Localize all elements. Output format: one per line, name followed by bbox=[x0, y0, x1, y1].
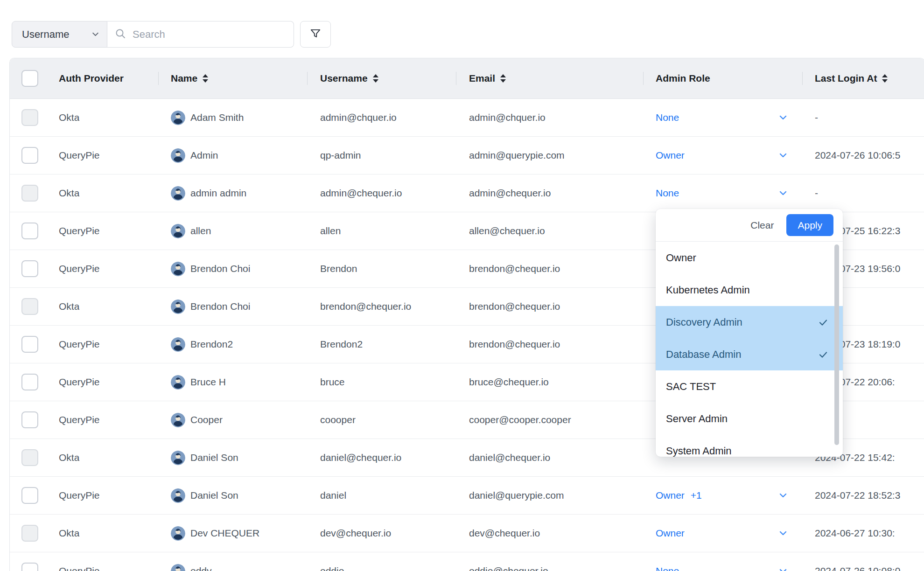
email-value: dev@chequer.io bbox=[469, 515, 540, 552]
chevron-down-icon[interactable] bbox=[777, 490, 789, 503]
row-checkbox[interactable] bbox=[21, 223, 38, 239]
dropdown-option-sac-test[interactable]: SAC TEST bbox=[656, 370, 843, 403]
check-icon bbox=[818, 349, 829, 363]
name-value: Admin bbox=[190, 150, 218, 161]
avatar bbox=[171, 488, 185, 503]
email-value: admin@chquer.io bbox=[469, 99, 546, 136]
dropdown-option-kubernetes-admin[interactable]: Kubernetes Admin bbox=[656, 274, 843, 306]
email-value: daniel@querypie.com bbox=[469, 477, 564, 514]
admin-role-dropdown-trigger[interactable]: Owner +1 bbox=[656, 477, 702, 514]
row-checkbox[interactable] bbox=[21, 487, 38, 504]
avatar bbox=[171, 564, 185, 571]
username-value: brendon@chequer.io bbox=[320, 288, 411, 325]
last-login-value: 2024-07-26 10:08:0 bbox=[815, 552, 924, 571]
row-checkbox[interactable] bbox=[21, 336, 38, 353]
dropdown-header: Clear Apply bbox=[656, 209, 843, 242]
dropdown-option-database-admin[interactable]: Database Admin bbox=[656, 338, 843, 370]
name-value: Daniel Son bbox=[190, 490, 238, 501]
last-login-value: - bbox=[815, 174, 924, 212]
table-row: QueryPie Admin qp-admin admin@querypie.c… bbox=[10, 137, 924, 174]
auth-provider-value: QueryPie bbox=[59, 250, 100, 287]
auth-provider-value: Okta bbox=[59, 439, 79, 476]
name-value: Brendon Choi bbox=[190, 263, 250, 274]
name-value: Daniel Son bbox=[190, 452, 238, 463]
dropdown-option-owner[interactable]: Owner bbox=[656, 242, 843, 274]
chevron-down-icon[interactable] bbox=[777, 188, 789, 201]
filter-funnel-icon bbox=[309, 28, 322, 42]
table-row: Okta admin admin admin@chequer.io admin@… bbox=[10, 174, 924, 212]
search-field-select[interactable]: Username bbox=[12, 21, 107, 48]
search-input[interactable] bbox=[132, 28, 286, 41]
name-value: Bruce H bbox=[190, 376, 226, 388]
column-header-email[interactable]: Email bbox=[469, 58, 506, 98]
email-value: brendon@chequer.io bbox=[469, 288, 560, 325]
row-checkbox bbox=[21, 449, 38, 466]
select-all-checkbox[interactable] bbox=[21, 70, 38, 87]
search-box[interactable] bbox=[107, 21, 294, 48]
row-checkbox[interactable] bbox=[21, 374, 38, 390]
auth-provider-value: Okta bbox=[59, 174, 79, 212]
row-checkbox[interactable] bbox=[21, 260, 38, 277]
email-value: allen@chequer.io bbox=[469, 212, 545, 250]
username-value: admin@chequer.io bbox=[320, 174, 402, 212]
dropdown-option-system-admin[interactable]: System Admin bbox=[656, 435, 843, 457]
dropdown-option-server-admin[interactable]: Server Admin bbox=[656, 403, 843, 435]
dropdown-option-list: Owner Kubernetes Admin Discovery Admin D… bbox=[656, 242, 843, 457]
row-checkbox bbox=[21, 525, 38, 542]
email-value: bruce@chequer.io bbox=[469, 363, 549, 401]
column-header-last-login[interactable]: Last Login At bbox=[815, 58, 888, 98]
sort-icon bbox=[203, 74, 208, 83]
search-field-label: Username bbox=[22, 28, 69, 41]
chevron-down-icon[interactable] bbox=[777, 565, 789, 571]
last-login-value: 2024-06-27 10:30: bbox=[815, 515, 924, 552]
row-checkbox[interactable] bbox=[21, 411, 38, 428]
username-value: daniel@chequer.io bbox=[320, 439, 401, 476]
dropdown-scrollbar[interactable] bbox=[834, 244, 839, 445]
last-login-value: - bbox=[815, 99, 924, 136]
name-value: Dev CHEQUER bbox=[190, 528, 259, 539]
apply-button[interactable]: Apply bbox=[786, 214, 833, 236]
name-cell: eddy bbox=[171, 552, 212, 571]
name-cell: Admin bbox=[171, 137, 218, 174]
avatar bbox=[171, 413, 185, 427]
column-divider bbox=[643, 72, 644, 85]
username-value: Brendon2 bbox=[320, 326, 363, 363]
role-extra-badge: +1 bbox=[691, 490, 702, 501]
column-divider bbox=[158, 72, 159, 85]
admin-role-dropdown-trigger[interactable]: None bbox=[656, 99, 679, 136]
row-checkbox[interactable] bbox=[21, 563, 38, 571]
filter-button[interactable] bbox=[300, 21, 331, 48]
name-cell: Bruce H bbox=[171, 363, 226, 401]
admin-role-dropdown: Clear Apply Owner Kubernetes Admin Disco… bbox=[656, 209, 843, 457]
chevron-down-icon[interactable] bbox=[777, 112, 789, 125]
avatar bbox=[171, 375, 185, 390]
name-cell: allen bbox=[171, 212, 211, 250]
chevron-down-icon[interactable] bbox=[777, 150, 789, 163]
name-value: Brendon2 bbox=[190, 339, 233, 350]
email-value: admin@chequer.io bbox=[469, 174, 551, 212]
column-header-username[interactable]: Username bbox=[320, 58, 378, 98]
sort-icon bbox=[882, 74, 888, 83]
username-value: Brendon bbox=[320, 250, 357, 287]
column-header-name[interactable]: Name bbox=[171, 58, 208, 98]
admin-role-dropdown-trigger[interactable]: Owner bbox=[656, 515, 685, 552]
auth-provider-value: QueryPie bbox=[59, 552, 100, 571]
table-header-row: Auth Provider Name Username Email Admin … bbox=[10, 58, 924, 99]
clear-button[interactable]: Clear bbox=[750, 220, 774, 231]
name-cell: Daniel Son bbox=[171, 439, 238, 476]
username-value: dev@chequer.io bbox=[320, 515, 391, 552]
admin-role-dropdown-trigger[interactable]: None bbox=[656, 552, 679, 571]
chevron-down-icon[interactable] bbox=[777, 528, 789, 541]
dropdown-option-discovery-admin[interactable]: Discovery Admin bbox=[656, 306, 843, 338]
row-checkbox bbox=[21, 109, 38, 126]
name-value: Cooper bbox=[190, 414, 223, 425]
admin-role-dropdown-trigger[interactable]: Owner bbox=[656, 137, 685, 174]
auth-provider-value: QueryPie bbox=[59, 137, 100, 174]
name-cell: Dev CHEQUER bbox=[171, 515, 259, 552]
column-header-admin-role: Admin Role bbox=[656, 58, 710, 98]
admin-role-dropdown-trigger[interactable]: None bbox=[656, 174, 679, 212]
avatar bbox=[171, 186, 185, 201]
sort-icon bbox=[373, 74, 378, 83]
avatar bbox=[171, 224, 185, 238]
row-checkbox[interactable] bbox=[21, 147, 38, 164]
